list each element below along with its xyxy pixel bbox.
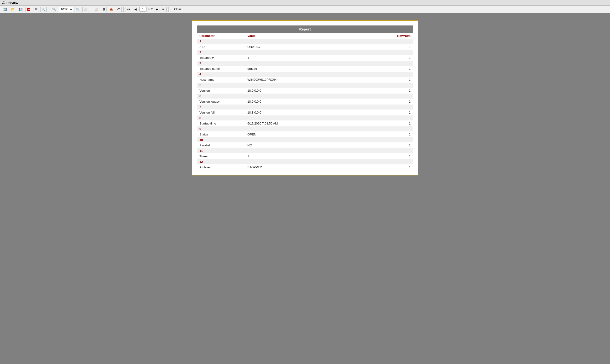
rownum-instance-name: 1 (389, 66, 413, 72)
row-number-5: 5 (197, 83, 413, 88)
watermark-button[interactable]: 🏷 (116, 7, 122, 12)
save-button[interactable]: 💾 (18, 7, 24, 12)
prev-page-button[interactable]: ◀ (133, 7, 138, 12)
table-row: Host name WINDOWS10PRO64 1 (197, 77, 413, 83)
fit-page-button[interactable]: ⬜ (82, 7, 89, 12)
table-row: Status OPEN 1 (197, 131, 413, 137)
report-title-row: Report (197, 26, 413, 33)
row-number-2: 2 (197, 50, 413, 55)
param-instance-name: Instance name (197, 66, 245, 72)
email-button[interactable]: ✉ (34, 7, 39, 12)
param-parallel: Parallel (197, 142, 245, 148)
first-page-button[interactable]: ⏮ (126, 7, 131, 12)
param-instance-num: Instance # (197, 55, 245, 61)
separator-4 (168, 7, 169, 12)
title-bar: 🖨 Preview (0, 0, 610, 6)
report-page: Report Parameter Value RowNum 1 SID ORA1… (192, 20, 418, 175)
value-parallel: NO (245, 142, 389, 148)
table-row: Parallel NO 1 (197, 142, 413, 148)
rownum-host-name: 1 (389, 77, 413, 83)
value-version: 18.0.0.0.0 (245, 88, 389, 93)
rownum-version-legacy: 1 (389, 99, 413, 104)
value-host-name: WINDOWS10PRO64 (245, 77, 389, 83)
col-header-parameter: Parameter (197, 33, 245, 39)
value-thread: 1 (245, 153, 389, 159)
param-sid: SID (197, 44, 245, 50)
open-button[interactable]: 📂 (10, 7, 16, 12)
pdf-icon: PDF (27, 7, 31, 11)
value-sid: ORA18C (245, 44, 389, 50)
svg-text:PDF: PDF (28, 9, 30, 10)
rownum-parallel: 1 (389, 142, 413, 148)
toolbar: 🆕 📂 💾 PDF ✉ 🔍 🔍 100% 50% 75% 125% 150% 2… (0, 6, 610, 13)
print-button[interactable]: 🖨 (101, 7, 107, 12)
rownum-thread: 1 (389, 153, 413, 159)
param-thread: Thread (197, 153, 245, 159)
pdf-button[interactable]: PDF (26, 7, 32, 12)
new-button[interactable]: 🆕 (2, 7, 8, 12)
main-area: Report Parameter Value RowNum 1 SID ORA1… (0, 13, 610, 363)
next-page-button[interactable]: ▶ (154, 7, 159, 12)
rownum-version: 1 (389, 88, 413, 93)
row-number-1: 1 (197, 39, 413, 44)
param-status: Status (197, 131, 245, 137)
zoom-out-button[interactable]: 🔍 (75, 7, 81, 12)
rownum-archiver: 1 (389, 164, 413, 170)
value-archiver: STOPPED (245, 164, 389, 170)
value-startup-time: 6/17/2020 7:03:56 AM (245, 120, 389, 126)
table-row: SID ORA18C 1 (197, 44, 413, 50)
param-archiver: Archiver (197, 164, 245, 170)
row-number-7: 7 (197, 104, 413, 109)
row-number-6: 6 (197, 93, 413, 99)
report-title: Report (197, 26, 413, 33)
row-number-10: 10 (197, 137, 413, 142)
value-instance-name: ora18c (245, 66, 389, 72)
value-status: OPEN (245, 131, 389, 137)
col-header-value: Value (245, 33, 389, 39)
value-version-full: 18.3.0.0.0 (245, 109, 389, 116)
param-startup-time: Startup time (197, 120, 245, 126)
table-row: Version full 18.3.0.0.0 1 (197, 109, 413, 116)
app-icon: 🖨 (2, 1, 5, 4)
last-page-button[interactable]: ⏭ (161, 7, 167, 12)
param-version: Version (197, 88, 245, 93)
separator-1 (49, 7, 49, 12)
page-number-input[interactable] (139, 7, 147, 12)
separator-2 (91, 7, 91, 12)
zoom-select[interactable]: 100% 50% 75% 125% 150% 200% (59, 7, 73, 12)
page-of-label: of 2 (148, 8, 153, 11)
table-row: Startup time 6/17/2020 7:03:56 AM 1 (197, 120, 413, 126)
rownum-status: 1 (389, 131, 413, 137)
table-row: Thread 1 1 (197, 153, 413, 159)
app-title: Preview (6, 1, 18, 4)
param-version-full: Version full (197, 109, 245, 116)
row-number-3: 3 (197, 61, 413, 66)
rownum-instance-num: 1 (389, 55, 413, 61)
separator-3 (123, 7, 124, 12)
table-row: Instance name ora18c 1 (197, 66, 413, 72)
zoom-in-button[interactable]: 🔍 (51, 7, 57, 12)
rownum-sid: 1 (389, 44, 413, 50)
value-version-legacy: 18.0.0.0.0 (245, 99, 389, 104)
export-button[interactable]: 📤 (108, 7, 114, 12)
search-button[interactable]: 🔍 (40, 7, 47, 12)
table-row: Archiver STOPPED 1 (197, 164, 413, 170)
table-row: Version legacy 18.0.0.0.0 1 (197, 99, 413, 104)
col-header-rownum: RowNum (389, 33, 413, 39)
report-table: Report Parameter Value RowNum 1 SID ORA1… (197, 26, 413, 170)
row-number-9: 9 (197, 126, 413, 131)
close-button[interactable]: Close (171, 7, 185, 12)
table-row: Instance # 1 1 (197, 55, 413, 61)
rownum-startup-time: 1 (389, 120, 413, 126)
col-header-row: Parameter Value RowNum (197, 33, 413, 39)
row-number-4: 4 (197, 72, 413, 77)
value-instance-num: 1 (245, 55, 389, 61)
param-version-legacy: Version legacy (197, 99, 245, 104)
row-number-12: 12 (197, 159, 413, 164)
row-number-8: 8 (197, 116, 413, 120)
row-number-11: 11 (197, 148, 413, 153)
table-row: Version 18.0.0.0.0 1 (197, 88, 413, 93)
param-host-name: Host name (197, 77, 245, 83)
rownum-version-full: 1 (389, 109, 413, 116)
page-setup-button[interactable]: 📋 (93, 7, 99, 12)
